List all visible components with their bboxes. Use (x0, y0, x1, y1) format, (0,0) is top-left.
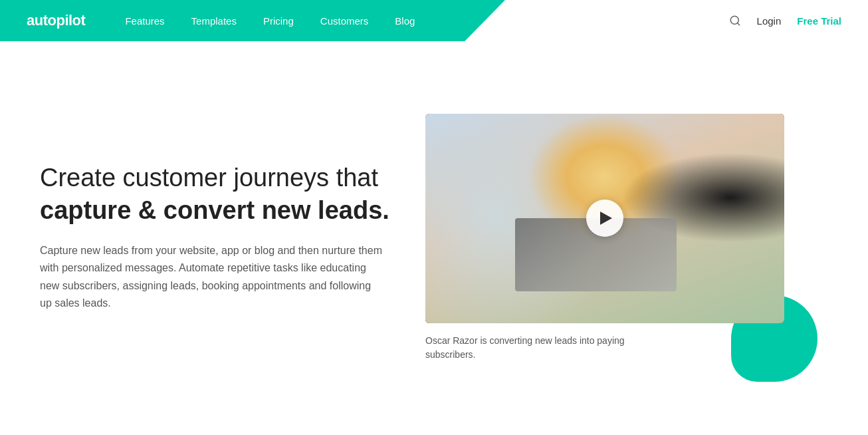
navbar: autopilot Features Templates Pricing Cus… (0, 0, 868, 41)
svg-line-1 (737, 23, 739, 25)
hero-headline-bold: capture & convert new leads. (40, 196, 399, 226)
nav-link-templates[interactable]: Templates (178, 0, 250, 41)
hero-description: Capture new leads from your website, app… (40, 242, 385, 313)
free-trial-link[interactable]: Free Trial (797, 15, 841, 27)
hero-section: Create customer journeys that capture & … (0, 41, 868, 434)
nav-right: Login Free Trial (729, 15, 841, 27)
search-button[interactable] (729, 15, 741, 27)
nav-link-customers[interactable]: Customers (307, 0, 382, 41)
hero-left-panel: Create customer journeys that capture & … (40, 163, 425, 313)
nav-link-features[interactable]: Features (112, 0, 177, 41)
search-icon (729, 15, 741, 27)
logo[interactable]: autopilot (27, 12, 85, 29)
play-button[interactable] (586, 200, 623, 237)
video-thumbnail[interactable] (425, 114, 784, 323)
nav-link-pricing[interactable]: Pricing (250, 0, 307, 41)
nav-link-blog[interactable]: Blog (381, 0, 428, 41)
nav-links: Features Templates Pricing Customers Blo… (112, 0, 728, 41)
play-icon (600, 212, 612, 225)
hero-right-panel: Oscar Razor is converting new leads into… (425, 114, 798, 362)
video-caption: Oscar Razor is converting new leads into… (425, 334, 638, 362)
hero-headline-normal: Create customer journeys that (40, 163, 399, 194)
login-link[interactable]: Login (757, 15, 782, 27)
